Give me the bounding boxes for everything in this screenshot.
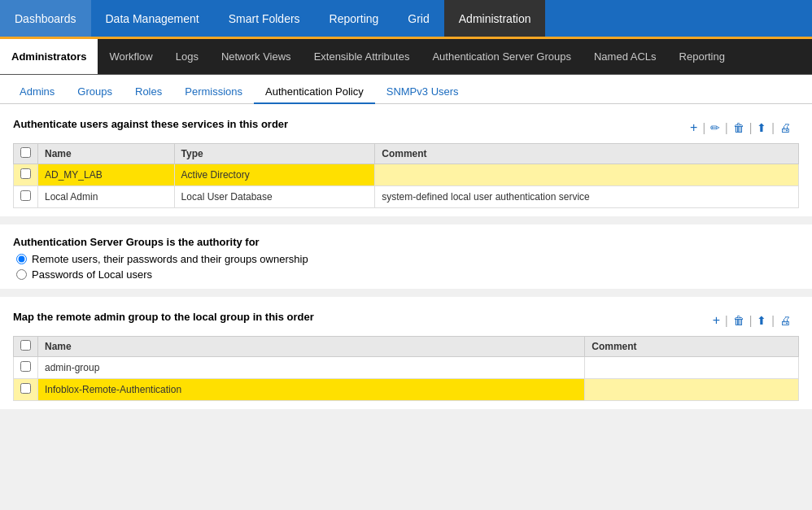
auth-select-all[interactable] xyxy=(20,147,31,158)
second-nav-item-network-views[interactable]: Network Views xyxy=(210,39,303,74)
map-section-title: Map the remote admin group to the local … xyxy=(13,311,314,323)
second-nav-item-extensible-attributes[interactable]: Extensible Attributes xyxy=(303,39,421,74)
top-nav-item-dashboards[interactable]: Dashboards xyxy=(0,0,91,37)
auth-table-row[interactable]: AD_MY_LAB Active Directory xyxy=(14,164,799,186)
auth-table-row[interactable]: Local Admin Local User Database system-d… xyxy=(14,186,799,208)
map-select-all[interactable] xyxy=(20,340,31,351)
page: DashboardsData ManagementSmart FoldersRe… xyxy=(0,0,812,409)
map-row-name: admin-group xyxy=(38,357,585,379)
map-col-name: Name xyxy=(38,337,585,357)
auth-row-checkbox[interactable] xyxy=(14,164,38,186)
second-nav-item-named-acls[interactable]: Named ACLs xyxy=(583,39,668,74)
authority-section-title: Authentication Server Groups is the auth… xyxy=(13,236,799,248)
map-print-btn[interactable]: 🖨 xyxy=(776,312,794,329)
map-add-btn[interactable]: + xyxy=(709,312,723,329)
divider-2 xyxy=(0,289,812,297)
map-row-comment xyxy=(585,379,799,401)
tab-groups[interactable]: Groups xyxy=(66,81,124,104)
auth-add-btn[interactable]: + xyxy=(687,119,701,137)
second-nav-item-logs[interactable]: Logs xyxy=(164,39,210,74)
top-nav: DashboardsData ManagementSmart FoldersRe… xyxy=(0,0,812,39)
authority-radio-group: Remote users, their passwords and their … xyxy=(16,253,799,281)
map-upload-btn[interactable]: ⬆ xyxy=(753,312,770,329)
auth-upload-btn[interactable]: ⬆ xyxy=(753,120,770,136)
auth-row-comment xyxy=(375,164,799,186)
authority-option-0: Remote users, their passwords and their … xyxy=(16,253,799,265)
map-row-checkbox[interactable] xyxy=(14,379,38,401)
authority-option-label-1: Passwords of Local users xyxy=(32,268,152,281)
auth-row-type: Local User Database xyxy=(174,186,375,208)
second-nav-item-authentication-server-groups[interactable]: Authentication Server Groups xyxy=(421,39,583,74)
auth-col-comment: Comment xyxy=(375,144,799,164)
map-delete-btn[interactable]: 🗑 xyxy=(730,312,748,329)
map-toolbar: + | 🗑 | ⬆ | 🖨 xyxy=(709,307,799,333)
tab-bar: AdminsGroupsRolesPermissionsAuthenticati… xyxy=(0,75,812,104)
top-nav-item-grid[interactable]: Grid xyxy=(393,0,443,37)
second-nav: AdministratorsWorkflowLogsNetwork ViewsE… xyxy=(0,39,812,75)
map-table-row[interactable]: admin-group xyxy=(14,357,799,379)
map-section: Map the remote admin group to the local … xyxy=(0,297,812,409)
divider-1 xyxy=(0,216,812,224)
map-row-comment xyxy=(585,357,799,379)
auth-table: Name Type Comment AD_MY_LAB Active Direc… xyxy=(13,143,799,208)
map-table-row[interactable]: Infoblox-Remote-Authentication xyxy=(14,379,799,401)
auth-table-container: Name Type Comment AD_MY_LAB Active Direc… xyxy=(13,143,799,208)
map-row-checkbox[interactable] xyxy=(14,357,38,379)
tab-admins[interactable]: Admins xyxy=(8,81,66,104)
second-nav-item-administrators[interactable]: Administrators xyxy=(0,39,98,74)
authority-section: Authentication Server Groups is the auth… xyxy=(0,224,812,289)
authority-option-label-0: Remote users, their passwords and their … xyxy=(32,253,308,265)
second-nav-item-reporting[interactable]: Reporting xyxy=(668,39,736,74)
auth-row-name: AD_MY_LAB xyxy=(38,164,175,186)
map-table-container: Name Comment admin-group Infoblox-Remote… xyxy=(13,336,799,401)
auth-row-type: Active Directory xyxy=(174,164,375,186)
tab-roles[interactable]: Roles xyxy=(124,81,173,104)
auth-col-checkbox xyxy=(14,144,38,164)
auth-col-type: Type xyxy=(174,144,375,164)
second-nav-item-workflow[interactable]: Workflow xyxy=(98,39,164,74)
top-nav-item-smart-folders[interactable]: Smart Folders xyxy=(214,0,315,37)
map-col-comment: Comment xyxy=(585,337,799,357)
auth-print-btn[interactable]: 🖨 xyxy=(776,120,794,136)
auth-edit-btn[interactable]: ✏ xyxy=(707,120,723,136)
authority-option-1: Passwords of Local users xyxy=(16,268,799,281)
top-nav-item-administration[interactable]: Administration xyxy=(444,0,546,37)
authority-radio-0[interactable] xyxy=(16,254,27,264)
auth-delete-btn[interactable]: 🗑 xyxy=(730,120,748,136)
map-row-name: Infoblox-Remote-Authentication xyxy=(38,379,585,401)
auth-section-title: Authenticate users against these service… xyxy=(13,118,288,130)
map-table: Name Comment admin-group Infoblox-Remote… xyxy=(13,336,799,401)
auth-toolbar: + | ✏ | 🗑 | ⬆ | 🖨 xyxy=(687,114,799,140)
content: Authenticate users against these service… xyxy=(0,104,812,409)
map-col-checkbox xyxy=(14,337,38,357)
tab-snmpv3-users[interactable]: SNMPv3 Users xyxy=(375,81,470,104)
auth-col-name: Name xyxy=(38,144,175,164)
auth-section: Authenticate users against these service… xyxy=(0,104,812,216)
auth-row-name: Local Admin xyxy=(38,186,175,208)
tab-authentication-policy[interactable]: Authentication Policy xyxy=(254,81,375,104)
top-nav-item-reporting[interactable]: Reporting xyxy=(315,0,394,37)
top-nav-item-data-management[interactable]: Data Management xyxy=(91,0,214,37)
auth-row-comment: system-defined local user authentication… xyxy=(375,186,799,208)
auth-row-checkbox[interactable] xyxy=(14,186,38,208)
tab-permissions[interactable]: Permissions xyxy=(173,81,254,104)
authority-radio-1[interactable] xyxy=(16,269,27,280)
